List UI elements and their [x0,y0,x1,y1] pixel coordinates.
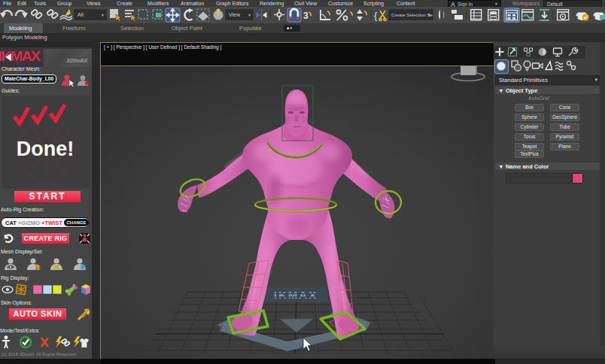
svg-text:All: All [78,12,84,17]
svg-text:Done!: Done! [17,138,74,160]
svg-text:View: View [229,12,241,17]
svg-text:IKMAX: IKMAX [274,290,318,301]
svg-text:{: { [374,10,378,21]
svg-text:3: 3 [303,11,309,21]
svg-text:▼: ▼ [248,13,251,17]
svg-text:▼: ▼ [427,13,431,17]
svg-text:▼: ▼ [101,13,105,17]
